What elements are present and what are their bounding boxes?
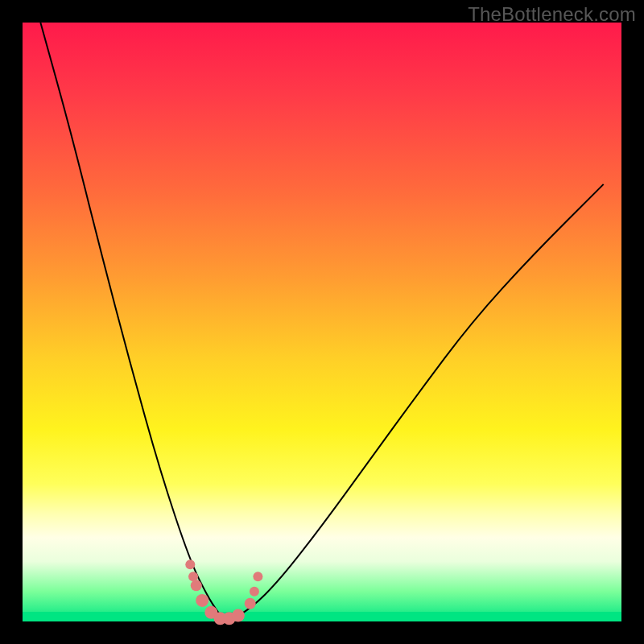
curve-left — [40, 23, 226, 621]
chart-stage: TheBottleneck.com — [0, 0, 644, 644]
data-marker — [196, 594, 208, 607]
data-marker — [253, 572, 262, 581]
curve-right — [226, 184, 604, 621]
data-marker — [245, 598, 256, 609]
data-marker — [232, 609, 245, 622]
markers-group — [185, 559, 262, 625]
data-marker — [250, 587, 259, 597]
left-curve-path — [40, 23, 226, 621]
curves-svg — [23, 23, 621, 621]
data-marker — [191, 580, 202, 591]
data-marker — [185, 559, 195, 569]
watermark-text: TheBottleneck.com — [468, 3, 636, 26]
plot-area — [23, 23, 621, 621]
right-curve-path — [226, 184, 604, 621]
